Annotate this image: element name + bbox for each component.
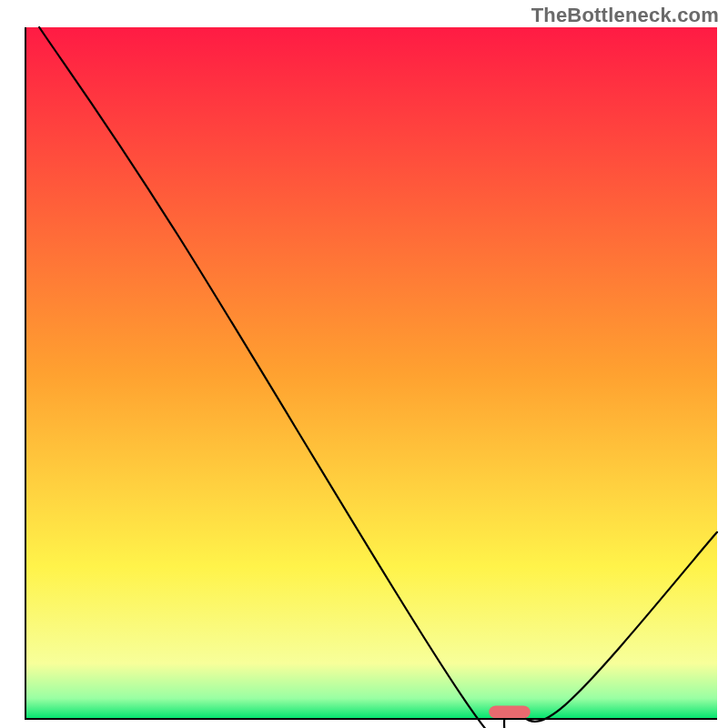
chart-container: TheBottleneck.com <box>0 0 728 728</box>
optimal-marker <box>489 706 531 719</box>
watermark-text: TheBottleneck.com <box>531 4 719 27</box>
bottleneck-chart <box>0 0 728 728</box>
plot-background <box>25 27 717 719</box>
